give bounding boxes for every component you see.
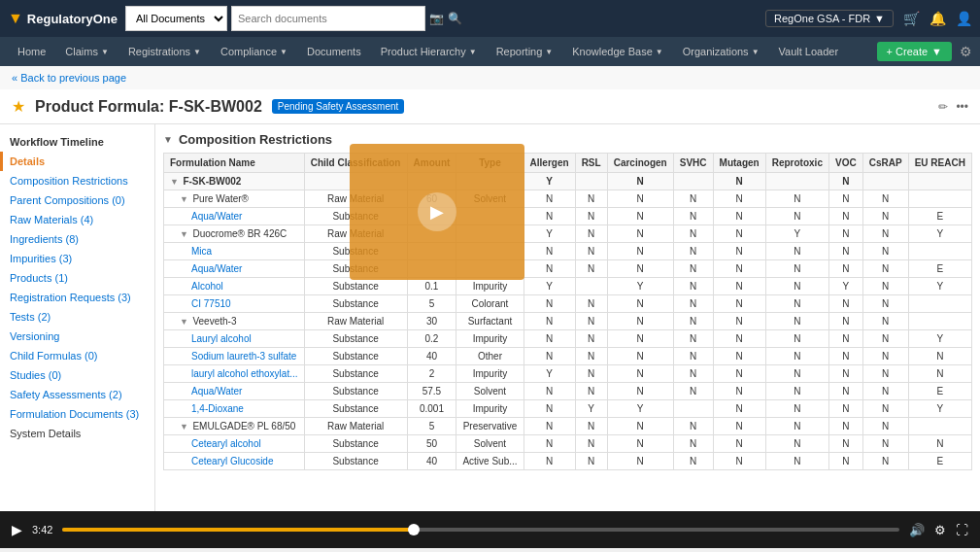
formulation-link[interactable]: lauryl alcohol ethoxylat... [191, 368, 298, 379]
cell-formulation-name[interactable]: 1,4-Dioxane [164, 400, 305, 418]
sidebar-item-formulation-documents[interactable]: Formulation Documents (3) [0, 404, 154, 424]
cell-mutagen: N [713, 173, 765, 190]
cell-carcinogen: N [607, 225, 673, 243]
cell-csrap: N [862, 260, 908, 278]
table-row: MicaSubstanceNNNNNNNN [164, 243, 972, 260]
cell-formulation-name[interactable]: Aqua/Water [164, 383, 305, 400]
formulation-link[interactable]: Cetearyl Glucoside [191, 456, 273, 466]
logo: ▼ RegulatoryOne [8, 10, 118, 27]
sidebar-item-details[interactable]: Details [0, 152, 154, 171]
cell-formulation-name[interactable]: Aqua/Water [164, 208, 305, 225]
cart-icon[interactable]: 🛒 [903, 11, 920, 26]
cell-formulation-name[interactable]: Alcohol [164, 278, 305, 295]
nav-compliance[interactable]: Compliance ▼ [211, 37, 297, 66]
col-svhc: SVHC [673, 154, 713, 173]
cell-formulation-name[interactable]: Sodium laureth-3 sulfate [164, 348, 305, 365]
cell-eu_reach: Y [908, 225, 971, 243]
cell-child_class: Substance [304, 365, 407, 383]
sidebar-item-parent-compositions[interactable]: Parent Compositions (0) [0, 190, 154, 210]
nav-home[interactable]: Home [8, 37, 55, 66]
cell-reprotoxic: N [765, 260, 828, 278]
nav-claims[interactable]: Claims ▼ [55, 37, 118, 66]
cell-child_class: Raw Material [304, 313, 407, 330]
table-row: Aqua/WaterSubstance57.5SolventNNNNNNNNE [164, 383, 972, 400]
cell-carcinogen: N [607, 313, 673, 330]
cell-svhc [673, 173, 713, 190]
cell-mutagen: N [713, 243, 765, 260]
user-badge[interactable]: RegOne GSA - FDR ▼ [765, 10, 894, 27]
bell-icon[interactable]: 🔔 [929, 11, 946, 26]
cell-csrap: N [862, 348, 908, 365]
sidebar-item-versioning[interactable]: Versioning [0, 327, 154, 346]
formulation-link[interactable]: Mica [191, 246, 212, 257]
volume-icon[interactable]: 🔊 [909, 523, 925, 537]
formulation-link[interactable]: Aqua/Water [191, 263, 242, 274]
cell-amount: 0.2 [407, 330, 456, 348]
video-progress-dot [408, 524, 420, 535]
cell-formulation-name[interactable]: Cetearyl Glucoside [164, 453, 305, 470]
fullscreen-icon[interactable]: ⛶ [956, 523, 968, 537]
video-progress-bar[interactable] [62, 528, 899, 532]
nav-vault-loader[interactable]: Vault Loader [769, 37, 849, 66]
nav-documents[interactable]: Documents [297, 37, 371, 66]
camera-icon[interactable]: 📷 [429, 12, 444, 25]
cell-formulation-name[interactable]: Aqua/Water [164, 260, 305, 278]
cell-formulation-name[interactable]: lauryl alcohol ethoxylat... [164, 365, 305, 383]
cell-carcinogen: N [607, 453, 673, 470]
sidebar-item-system-details[interactable]: System Details [0, 424, 154, 443]
sidebar-item-ingredients[interactable]: Ingredients (8) [0, 229, 154, 249]
cell-svhc: N [673, 295, 713, 313]
formulation-link[interactable]: Alcohol [191, 281, 223, 292]
formulation-link[interactable]: Aqua/Water [191, 386, 242, 397]
cell-formulation-name[interactable]: Mica [164, 243, 305, 260]
cell-formulation-name[interactable]: Cetearyl alcohol [164, 435, 305, 453]
sidebar-item-child-formulas[interactable]: Child Formulas (0) [0, 346, 154, 365]
sidebar-item-products[interactable]: Products (1) [0, 268, 154, 288]
sidebar-item-safety-assessments[interactable]: Safety Assessments (2) [0, 385, 154, 404]
sidebar-item-studies[interactable]: Studies (0) [0, 365, 154, 385]
collapse-icon[interactable]: ▼ [163, 134, 173, 145]
nav-organizations[interactable]: Organizations ▼ [673, 37, 769, 66]
cell-voc: N [828, 208, 862, 225]
sidebar-item-raw-materials[interactable]: Raw Materials (4) [0, 210, 154, 229]
edit-icon[interactable]: ✏ [938, 100, 948, 114]
cell-formulation-name[interactable]: CI 77510 [164, 295, 305, 313]
video-play-button[interactable]: ▶ [418, 192, 456, 231]
video-overlay[interactable]: ▶ [350, 144, 524, 280]
formulation-link[interactable]: CI 77510 [191, 298, 231, 309]
cell-voc: N [828, 365, 862, 383]
sidebar-item-composition-restrictions[interactable]: Composition Restrictions [0, 171, 154, 190]
cell-rsl: N [575, 383, 607, 400]
more-icon[interactable]: ••• [956, 100, 968, 114]
search-icon[interactable]: 🔍 [448, 12, 462, 25]
star-icon[interactable]: ★ [12, 97, 25, 116]
create-button[interactable]: + Create ▼ [877, 42, 952, 61]
cell-voc: N [828, 400, 862, 418]
formulation-link[interactable]: 1,4-Dioxane [191, 403, 244, 414]
user-avatar-icon[interactable]: 👤 [956, 11, 972, 26]
video-settings-icon[interactable]: ⚙ [934, 523, 946, 537]
nav-reporting[interactable]: Reporting ▼ [487, 37, 563, 66]
sidebar-item-tests[interactable]: Tests (2) [0, 307, 154, 327]
video-play-pause-button[interactable]: ▶ [12, 522, 22, 537]
nav-product-hierarchy[interactable]: Product Hierarchy ▼ [371, 37, 487, 66]
nav-registrations[interactable]: Registrations ▼ [118, 37, 211, 66]
search-input[interactable] [231, 6, 425, 31]
cell-child_class: Substance [304, 348, 407, 365]
formulation-link[interactable]: Cetearyl alcohol [191, 438, 261, 449]
settings-icon[interactable]: ⚙ [960, 44, 972, 59]
cell-formulation-name[interactable]: Lauryl alcohol [164, 330, 305, 348]
sidebar-item-impurities[interactable]: Impurities (3) [0, 249, 154, 268]
doc-type-select[interactable]: All Documents [125, 6, 227, 31]
col-mutagen: Mutagen [713, 154, 765, 173]
breadcrumb[interactable]: Back to previous page [0, 66, 980, 89]
cell-voc: N [828, 225, 862, 243]
sidebar-item-registration-requests[interactable]: Registration Requests (3) [0, 288, 154, 307]
nav-knowledge-base[interactable]: Knowledge Base ▼ [562, 37, 672, 66]
formulation-link[interactable]: Lauryl alcohol [191, 333, 252, 344]
cell-reprotoxic: N [765, 243, 828, 260]
cell-rsl: N [575, 243, 607, 260]
cell-carcinogen: N [607, 295, 673, 313]
formulation-link[interactable]: Aqua/Water [191, 211, 242, 222]
formulation-link[interactable]: Sodium laureth-3 sulfate [191, 351, 296, 362]
